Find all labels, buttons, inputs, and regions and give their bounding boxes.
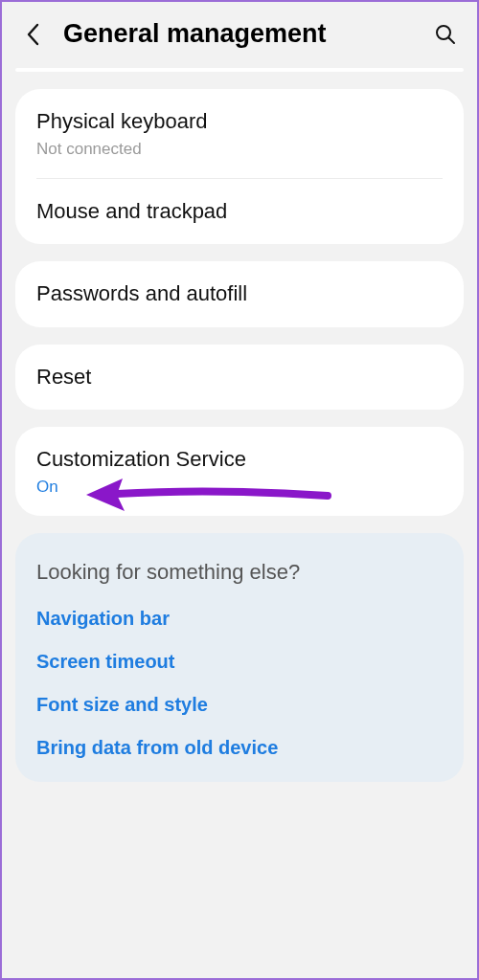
item-passwords-autofill[interactable]: Passwords and autofill <box>15 261 464 327</box>
link-screen-timeout[interactable]: Screen timeout <box>36 651 443 673</box>
link-navigation-bar[interactable]: Navigation bar <box>36 608 443 630</box>
item-mouse-trackpad-title: Mouse and trackpad <box>36 198 443 226</box>
item-customization-sub: On <box>36 478 443 497</box>
header-bar: General management <box>2 2 477 62</box>
back-icon[interactable] <box>21 22 46 47</box>
card-keyboard-list[interactable]: Keyboard list and default <box>15 68 464 72</box>
item-physical-keyboard[interactable]: Physical keyboard Not connected <box>15 89 464 178</box>
search-icon[interactable] <box>433 22 458 47</box>
card-input-devices: Physical keyboard Not connected Mouse an… <box>15 89 464 244</box>
item-passwords-autofill-title: Passwords and autofill <box>36 280 443 308</box>
item-customization-service[interactable]: Customization Service On <box>15 427 464 516</box>
svg-line-1 <box>449 37 455 43</box>
page-title: General management <box>63 19 433 49</box>
item-physical-keyboard-title: Physical keyboard <box>36 108 443 136</box>
card-customization: Customization Service On <box>15 427 464 516</box>
item-mouse-trackpad[interactable]: Mouse and trackpad <box>15 179 464 245</box>
item-reset-title: Reset <box>36 364 443 391</box>
footer-card: Looking for something else? Navigation b… <box>15 533 464 782</box>
link-bring-data[interactable]: Bring data from old device <box>36 737 443 759</box>
link-font-size-style[interactable]: Font size and style <box>36 694 443 716</box>
item-physical-keyboard-sub: Not connected <box>36 140 443 159</box>
item-customization-title: Customization Service <box>36 446 443 474</box>
item-reset[interactable]: Reset <box>15 345 464 411</box>
card-passwords: Passwords and autofill <box>15 261 464 327</box>
footer-title: Looking for something else? <box>36 560 443 585</box>
card-reset: Reset <box>15 345 464 411</box>
